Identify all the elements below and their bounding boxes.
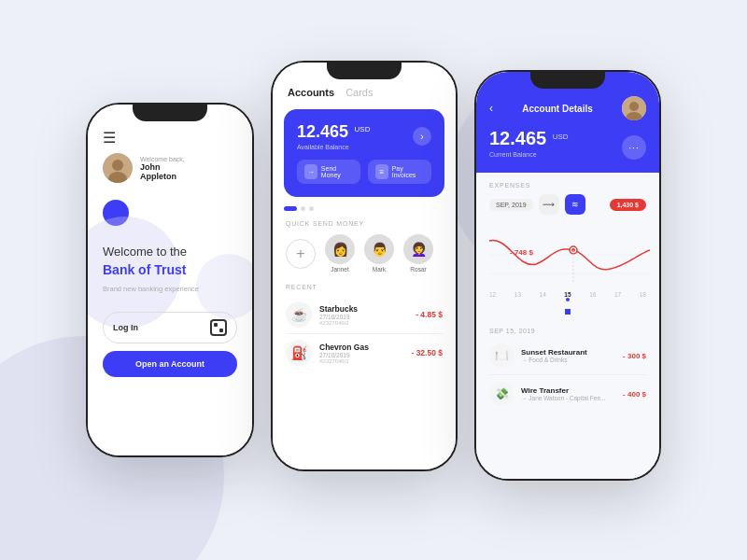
avatar (103, 153, 133, 183)
qr-icon (210, 319, 227, 336)
dot-2 (309, 206, 314, 211)
send-icon: → (304, 164, 317, 179)
phone-welcome: ☰ Welcome back, JohnAppleton Welcome to … (86, 103, 254, 457)
contacts-row: + 👩 Jannet 👨 Mark 👩‍🦱 Rosar (273, 234, 456, 273)
tx-amount-wire: - 400 $ (623, 390, 646, 399)
chart-negative-amount: - 748 $ (510, 248, 533, 257)
expenses-label: EXPENSES (489, 182, 646, 189)
quick-send-label: QUICK SEND MONEY (273, 220, 456, 227)
balance-card: 12.465 USD Available Balance › → Send Mo… (284, 109, 444, 197)
phone-details: ‹ Account Details 12.465 USD Current Bal… (474, 70, 661, 481)
balance-label: Available Balance (297, 144, 370, 150)
tx-name-starbucks: Starbucks (319, 304, 408, 314)
restaurant-icon: 🍽️ (489, 343, 514, 368)
balance-currency: USD (355, 125, 371, 133)
starbucks-logo: ☕ (286, 301, 312, 328)
tx-name-chevron: Chevron Gas (319, 343, 403, 352)
tx-name-wire: Wire Transfer (521, 386, 615, 395)
invoice-icon: ≡ (375, 164, 388, 179)
contact-avatar-jannet: 👩 (325, 234, 355, 264)
welcome-row: Welcome back, JohnAppleton (103, 153, 237, 183)
add-contact-button[interactable]: + (286, 239, 316, 269)
transaction-chevron[interactable]: ⛽ Chevron Gas 27/10/2019 #2327046/1 - 32… (273, 334, 456, 371)
phones-container: ☰ Welcome back, JohnAppleton Welcome to … (86, 79, 661, 481)
chart-bar-icon[interactable]: ≋ (565, 194, 585, 215)
details-balance: 12.465 (489, 128, 546, 148)
hamburger-icon[interactable]: ☰ (103, 131, 237, 146)
transaction-starbucks[interactable]: ☕ Starbucks 27/10/2019 #2327046/2 - 4.85… (273, 296, 456, 333)
expense-amount-tag: 1,430 $ (610, 199, 646, 211)
contact-mark[interactable]: 👨 Mark (364, 234, 394, 273)
chart-label-14: 14 (540, 291, 546, 298)
chart-label-17: 17 (614, 291, 621, 298)
wire-transfer-icon: 💸 (489, 382, 514, 406)
tx-sub-sunset: → Food & Drinks (521, 357, 615, 363)
back-button[interactable]: ‹ (489, 102, 493, 115)
user-name: JohnAppleton (140, 162, 185, 181)
dot-1 (301, 206, 305, 211)
tx-date-starbucks: 27/10/2019 (319, 314, 408, 320)
contact-jannet[interactable]: 👩 Jannet (325, 234, 355, 273)
balance-amount: 12.465 (297, 122, 348, 141)
bank-name: Bank of Trust (103, 262, 237, 277)
chart-label-18: 18 (640, 291, 646, 298)
tx-ref-chevron: #2327046/1 (319, 358, 403, 364)
pay-invoices-button[interactable]: ≡ Pay Invoices (368, 160, 431, 184)
accounts-tabs: Accounts Cards (273, 87, 456, 98)
chart-label-16: 16 (589, 291, 596, 298)
tx-name-sunset: Sunset Restaurant (521, 348, 615, 357)
phone-notch-3 (530, 72, 605, 89)
details-title: Account Details (522, 104, 593, 114)
tx-divider (489, 374, 646, 375)
tab-cards[interactable]: Cards (345, 87, 373, 98)
phone-accounts: Accounts Cards 12.465 USD Available Bala… (271, 61, 458, 471)
tx-sunset-restaurant[interactable]: 🍽️ Sunset Restaurant → Food & Drinks - 3… (476, 339, 659, 372)
chevron-right-icon[interactable]: › (413, 127, 431, 146)
chart-nav-dot (565, 309, 571, 315)
phone-notch-1 (133, 105, 207, 121)
tx-amount-chevron: - 32.50 $ (411, 348, 443, 357)
welcome-text: Welcome back, (140, 156, 185, 162)
tx-ref-starbucks: #2327046/2 (319, 320, 408, 326)
tx-wire-transfer[interactable]: 💸 Wire Transfer → Jane Watson - Capital … (476, 377, 659, 411)
chart-label-15-active: 15 (564, 291, 571, 298)
card-dots (273, 206, 456, 211)
bank-subtitle: Brand new banking experience (103, 285, 237, 293)
tx-amount-starbucks: - 4.85 $ (416, 310, 443, 319)
expense-chart: - 748 $ (489, 222, 646, 287)
user-avatar-details (622, 96, 646, 120)
more-options-button[interactable]: ··· (622, 135, 646, 160)
chart-label-12: 12 (489, 291, 496, 298)
open-account-button[interactable]: Open an Account (103, 351, 237, 377)
tx-sub-wire: → Jane Watson - Capital Fee... (521, 395, 615, 401)
details-currency: USD (553, 133, 569, 141)
welcome-title: Welcome to the (103, 245, 237, 260)
dot-active (284, 206, 297, 211)
tx-amount-sunset: - 300 $ (623, 352, 646, 360)
tx-date-label: SEP 15, 2019 (476, 328, 659, 334)
details-transactions: SEP 15, 2019 🍽️ Sunset Restaurant → Food… (476, 320, 659, 479)
phone-notch-2 (327, 63, 402, 79)
svg-point-1 (112, 160, 123, 171)
tx-date-chevron: 27/10/2019 (319, 352, 403, 358)
recent-label: RECENT (273, 284, 456, 290)
chevron-logo: ⛽ (286, 340, 312, 366)
contact-avatar-rosar: 👩‍🦱 (403, 234, 433, 264)
chart-x-labels: 12 13 14 15 16 17 18 (489, 291, 646, 298)
period-tag[interactable]: SEP, 2019 (489, 199, 533, 211)
chart-line-icon[interactable]: ⟿ (539, 194, 559, 215)
login-button[interactable]: Log In (103, 312, 237, 343)
svg-point-4 (629, 102, 639, 111)
tab-accounts[interactable]: Accounts (288, 87, 334, 98)
contact-rosar[interactable]: 👩‍🦱 Rosar (403, 234, 433, 273)
contact-avatar-mark: 👨 (364, 234, 394, 264)
chart-label-13: 13 (514, 291, 521, 298)
send-money-button[interactable]: → Send Money (297, 160, 360, 184)
